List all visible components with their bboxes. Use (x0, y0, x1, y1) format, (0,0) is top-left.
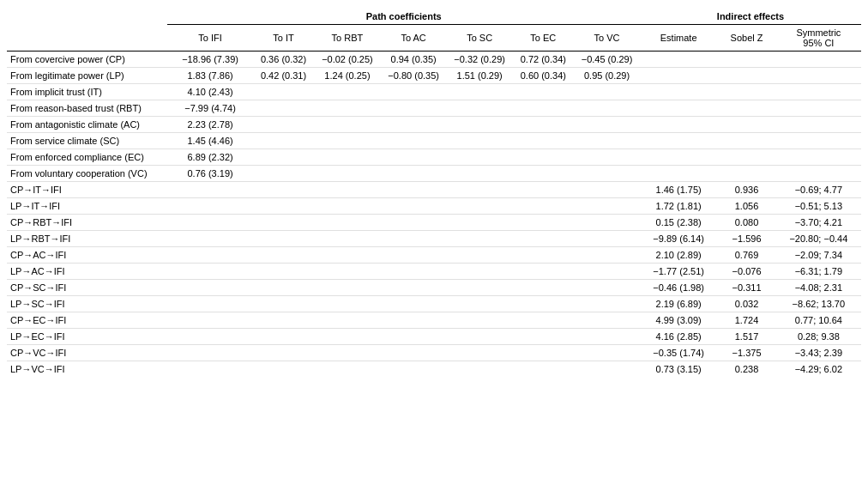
data-cell: −3.43; 2.39 (776, 345, 861, 361)
data-cell (513, 100, 575, 117)
data-cell (167, 198, 252, 215)
data-cell: 1.45 (4.46) (167, 133, 252, 149)
data-cell (314, 100, 380, 117)
row-label-cell: From enforced compliance (EC) (7, 149, 167, 166)
data-cell (513, 312, 575, 329)
data-cell (574, 215, 640, 231)
data-cell (314, 182, 380, 198)
row-label-cell: From covercive power (CP) (7, 52, 167, 68)
data-cell (513, 345, 575, 361)
col-to-ec: To EC (513, 25, 575, 52)
col-to-it: To IT (253, 25, 315, 52)
data-cell: 1.056 (717, 198, 775, 215)
table-container: Path coefficients Indirect effects To IF… (0, 0, 868, 385)
col-to-sc: To SC (447, 25, 513, 52)
row-label-cell: CP→IT→IFI (7, 182, 167, 198)
data-cell (640, 68, 717, 84)
data-cell (253, 166, 315, 182)
indirect-effects-header: Indirect effects (640, 9, 861, 25)
data-cell (253, 100, 315, 117)
data-cell (776, 149, 861, 166)
data-cell (447, 312, 513, 329)
data-cell (574, 345, 640, 361)
data-cell (253, 117, 315, 133)
table-row: LP→AC→IFI−1.77 (2.51)−0.076−6.31; 1.79 (7, 264, 861, 280)
data-cell (717, 117, 775, 133)
data-cell (574, 296, 640, 312)
data-cell (513, 198, 575, 215)
data-cell (447, 117, 513, 133)
data-cell (776, 166, 861, 182)
data-cell (513, 133, 575, 149)
data-cell (717, 52, 775, 68)
data-cell (381, 280, 447, 296)
data-cell: 0.60 (0.34) (513, 68, 575, 84)
data-cell (574, 149, 640, 166)
data-cell (513, 329, 575, 345)
data-cell (314, 247, 380, 264)
data-cell (513, 117, 575, 133)
data-cell: −0.46 (1.98) (640, 280, 717, 296)
row-label-cell: LP→RBT→IFI (7, 231, 167, 247)
data-cell (447, 345, 513, 361)
data-cell (253, 296, 315, 312)
data-cell (574, 84, 640, 100)
data-cell (253, 329, 315, 345)
data-cell: 0.15 (2.38) (640, 215, 717, 231)
table-row: LP→EC→IFI4.16 (2.85)1.5170.28; 9.38 (7, 329, 861, 345)
col-to-vc: To VC (574, 25, 640, 52)
data-cell: 2.19 (6.89) (640, 296, 717, 312)
data-cell (167, 312, 252, 329)
data-cell (314, 117, 380, 133)
path-coefficients-header: Path coefficients (167, 9, 639, 25)
data-cell (381, 312, 447, 329)
data-cell (253, 149, 315, 166)
data-cell: −18.96 (7.39) (167, 52, 252, 68)
data-cell (717, 166, 775, 182)
row-label-cell: LP→VC→IFI (7, 361, 167, 378)
data-cell: −1.375 (717, 345, 775, 361)
data-cell (574, 280, 640, 296)
row-label-cell: LP→SC→IFI (7, 296, 167, 312)
table-row: CP→SC→IFI−0.46 (1.98)−0.311−4.08; 2.31 (7, 280, 861, 296)
data-cell: 4.10 (2.43) (167, 84, 252, 100)
data-cell (640, 166, 717, 182)
row-label-cell: CP→SC→IFI (7, 280, 167, 296)
data-cell (447, 247, 513, 264)
table-row: CP→RBT→IFI0.15 (2.38)0.080−3.70; 4.21 (7, 215, 861, 231)
data-cell (253, 247, 315, 264)
data-cell (776, 100, 861, 117)
data-cell: 4.16 (2.85) (640, 329, 717, 345)
data-cell: 1.83 (7.86) (167, 68, 252, 84)
data-cell (314, 198, 380, 215)
data-cell (381, 198, 447, 215)
data-cell (447, 198, 513, 215)
data-cell (574, 247, 640, 264)
row-label-cell: From reason-based trust (RBT) (7, 100, 167, 117)
table-row: LP→VC→IFI0.73 (3.15)0.238−4.29; 6.02 (7, 361, 861, 378)
data-cell (513, 215, 575, 231)
data-cell (574, 166, 640, 182)
row-label-cell: CP→AC→IFI (7, 247, 167, 264)
data-cell (253, 264, 315, 280)
data-cell (253, 198, 315, 215)
data-cell (776, 68, 861, 84)
col-estimate: Estimate (640, 25, 717, 52)
table-row: From voluntary cooperation (VC)0.76 (3.1… (7, 166, 861, 182)
row-label-cell: CP→EC→IFI (7, 312, 167, 329)
data-cell (447, 182, 513, 198)
data-cell (253, 231, 315, 247)
data-cell (574, 117, 640, 133)
data-cell: 0.36 (0.32) (253, 52, 315, 68)
data-cell (253, 84, 315, 100)
data-cell (717, 149, 775, 166)
data-cell (253, 182, 315, 198)
data-cell (167, 296, 252, 312)
data-cell (447, 133, 513, 149)
data-cell: 0.769 (717, 247, 775, 264)
data-cell (776, 133, 861, 149)
data-cell (253, 133, 315, 149)
data-cell (447, 84, 513, 100)
data-cell: −0.80 (0.35) (381, 68, 447, 84)
table-row: CP→IT→IFI1.46 (1.75)0.936−0.69; 4.77 (7, 182, 861, 198)
